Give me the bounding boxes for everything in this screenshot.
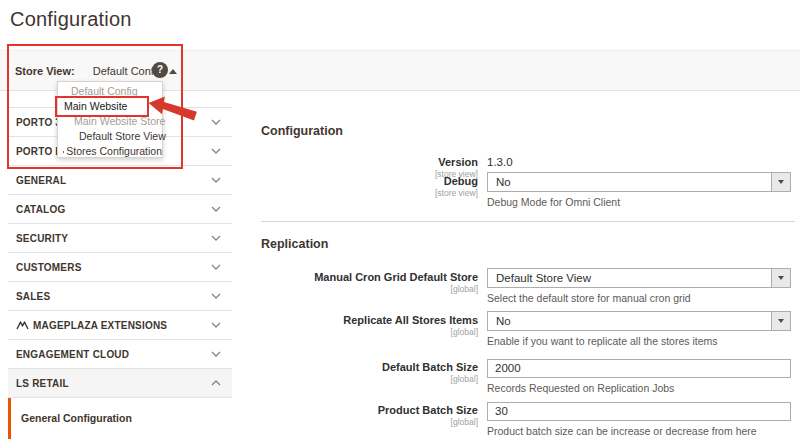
field-label: Debug bbox=[261, 175, 478, 187]
chevron-down-icon bbox=[771, 312, 790, 330]
field-helper: Debug Mode for Omni Client bbox=[487, 196, 791, 208]
chevron-down-icon bbox=[211, 351, 221, 357]
product-batch-size-input[interactable] bbox=[487, 402, 791, 421]
field-helper: Enable if you want to replicate all the … bbox=[487, 335, 791, 347]
field-label: Default Batch Size bbox=[261, 361, 478, 373]
store-switcher-dropdown: Default Config Main Website Main Website… bbox=[57, 81, 163, 158]
chevron-up-icon bbox=[211, 380, 221, 386]
menu-item-default-config[interactable]: Default Config bbox=[58, 84, 162, 99]
menu-item-main-website-store[interactable]: Main Website Store bbox=[58, 114, 162, 129]
chevron-down-icon bbox=[771, 269, 790, 287]
page-title: Configuration bbox=[10, 8, 132, 31]
sidebar-item-ls-retail[interactable]: LS RETAIL bbox=[8, 369, 232, 398]
chevron-down-icon bbox=[771, 173, 790, 191]
manual-cron-grid-default-store-select[interactable]: Default Store View bbox=[487, 268, 791, 288]
default-batch-size-input[interactable] bbox=[487, 359, 791, 378]
field-scope: [global] bbox=[261, 284, 478, 294]
chevron-down-icon bbox=[211, 119, 221, 125]
field-scope: [store view] bbox=[261, 188, 478, 198]
field-scope: [global] bbox=[261, 327, 478, 337]
field-row-manual-cron-grid-default-store: Manual Cron Grid Default Store [global] … bbox=[261, 268, 796, 304]
menu-item-main-website[interactable]: Main Website bbox=[58, 99, 162, 114]
config-form: Configuration Version [store view] 1.3.0… bbox=[261, 0, 796, 439]
chevron-down-icon bbox=[211, 148, 221, 154]
field-label: Version bbox=[261, 156, 478, 168]
sidebar-item-customers[interactable]: CUSTOMERS bbox=[8, 253, 232, 282]
chevron-down-icon bbox=[211, 264, 221, 270]
version-value: 1.3.0 bbox=[487, 153, 791, 168]
field-scope: [global] bbox=[261, 417, 478, 427]
field-row-default-batch-size: Default Batch Size [global] Records Requ… bbox=[261, 358, 796, 394]
sidebar-item-catalog[interactable]: CATALOG bbox=[8, 195, 232, 224]
chevron-down-icon bbox=[211, 177, 221, 183]
field-row-debug: Debug [store view] No Debug Mode for Omn… bbox=[261, 172, 796, 208]
chevron-down-icon bbox=[211, 322, 221, 328]
store-view-label: Store View: bbox=[15, 65, 75, 77]
mageplaza-logo-icon bbox=[16, 320, 29, 330]
field-helper: Records Requested on Replication Jobs bbox=[487, 382, 791, 394]
section-heading-replication: Replication bbox=[261, 237, 328, 251]
chevron-down-icon bbox=[211, 235, 221, 241]
sidebar-item-general[interactable]: GENERAL bbox=[8, 166, 232, 195]
chevron-down-icon bbox=[211, 293, 221, 299]
field-helper: Select the default store for manual cron… bbox=[487, 292, 791, 304]
field-helper: Product batch size can be increase or de… bbox=[487, 425, 791, 437]
help-icon[interactable]: ? bbox=[152, 62, 168, 78]
field-row-product-batch-size: Product Batch Size [global] Product batc… bbox=[261, 401, 796, 437]
sidebar-item-general-configuration[interactable]: General Configuration bbox=[8, 397, 232, 439]
section-divider bbox=[261, 221, 795, 222]
menu-item-stores-configuration[interactable]: Stores Configuration bbox=[58, 144, 162, 159]
field-label: Product Batch Size bbox=[261, 404, 478, 416]
field-row-replicate-all-stores-items: Replicate All Stores Items [global] No E… bbox=[261, 311, 796, 347]
section-heading-configuration: Configuration bbox=[261, 124, 343, 138]
chevron-down-icon bbox=[211, 206, 221, 212]
sidebar-item-security[interactable]: SECURITY bbox=[8, 224, 232, 253]
sidebar-item-engagement-cloud[interactable]: ENGAGEMENT CLOUD bbox=[8, 340, 232, 369]
replicate-all-stores-items-select[interactable]: No bbox=[487, 311, 791, 331]
field-label: Replicate All Stores Items bbox=[261, 314, 478, 326]
field-label: Manual Cron Grid Default Store bbox=[261, 271, 478, 283]
caret-up-icon bbox=[169, 69, 177, 74]
menu-item-default-store-view[interactable]: Default Store View bbox=[58, 129, 162, 144]
sidebar-item-mageplaza-extensions[interactable]: MAGEPLAZA EXTENSIONS bbox=[8, 311, 232, 340]
field-scope: [global] bbox=[261, 374, 478, 384]
sidebar-item-sales[interactable]: SALES bbox=[8, 282, 232, 311]
debug-select[interactable]: No bbox=[487, 172, 791, 192]
